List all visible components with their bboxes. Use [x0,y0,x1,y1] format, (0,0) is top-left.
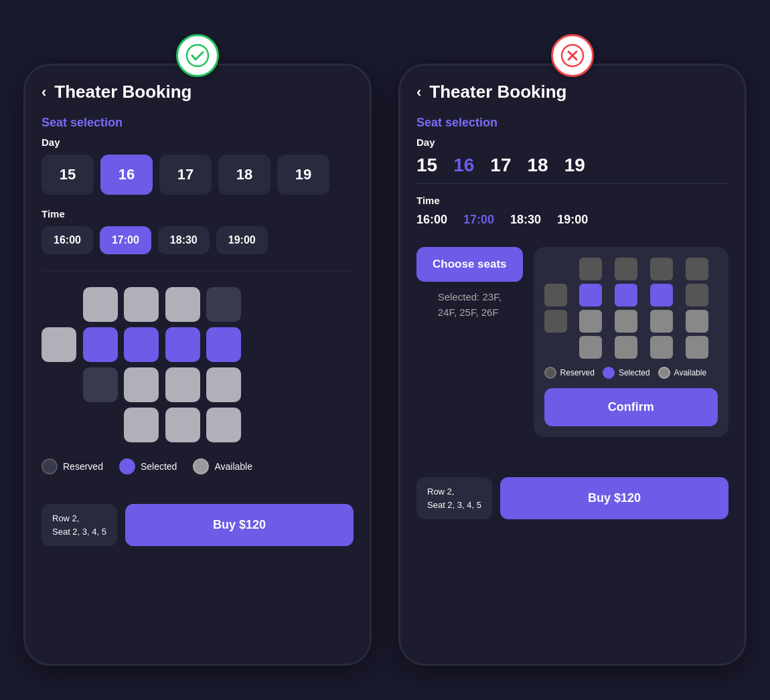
right-selected-info: Selected: 23F,24F, 25F, 26F [438,290,502,320]
mini-r2-4[interactable] [650,284,673,307]
left-time-1830[interactable]: 18:30 [158,226,210,254]
left-day-17[interactable]: 17 [159,155,212,195]
mini-r3-3[interactable] [615,310,637,333]
left-seat-r3-4[interactable] [206,367,241,402]
left-seat-r4-2[interactable] [165,408,200,442]
left-seat-r2-4[interactable] [165,327,200,362]
left-seat-r1-3[interactable] [165,287,200,322]
right-choose-seats-button[interactable]: Choose seats [416,247,523,282]
right-time-1830[interactable]: 18:30 [510,213,541,227]
left-seat-r1-1[interactable] [83,287,118,322]
left-phone: ‹ Theater Booking Seat selection Day 15 … [23,64,372,666]
left-time-1900[interactable]: 19:00 [216,226,268,254]
right-back-arrow[interactable]: ‹ [416,84,421,101]
mini-r2-3[interactable] [615,284,637,307]
left-back-arrow[interactable]: ‹ [42,84,46,101]
left-seat-r2-5[interactable] [206,327,241,362]
left-legend-available: Available [193,458,252,474]
right-confirm-button[interactable]: Confirm [544,388,718,426]
left-legend: Reserved Selected Available [42,458,354,474]
right-day-15[interactable]: 15 [416,155,437,176]
mini-r2-5[interactable] [686,284,708,307]
right-day-16[interactable]: 16 [453,155,474,176]
right-time-1900[interactable]: 19:00 [557,213,588,227]
right-mini-seat-grid [544,258,718,359]
right-phone: ‹ Theater Booking Seat selection Day 15 … [398,64,747,666]
left-day-label: Day [42,137,354,148]
left-day-15[interactable]: 15 [42,155,94,195]
right-buy-button[interactable]: Buy $120 [500,477,728,519]
left-time-1600[interactable]: 16:00 [42,226,93,254]
mini-r1-3[interactable] [650,258,673,280]
left-available-dot [193,458,209,474]
left-day-selector: 15 16 17 18 19 [42,155,354,195]
svg-point-0 [187,45,208,66]
mini-r1-e [544,258,567,280]
mini-r1-2[interactable] [615,258,637,280]
mini-r3-4[interactable] [650,310,673,333]
mini-r4-1[interactable] [579,336,602,359]
mini-reserved-label: Reserved [560,368,595,377]
left-seat-r2-2[interactable] [83,327,118,362]
good-badge [176,34,219,77]
left-time-label: Time [42,208,354,220]
left-seat-r1-4[interactable] [206,287,241,322]
left-seat-r2-3[interactable] [124,327,159,362]
left-selected-label: Selected [141,461,177,472]
right-day-18[interactable]: 18 [527,155,548,176]
mini-r2-2[interactable] [579,284,602,307]
left-seat-r1-2[interactable] [124,287,159,322]
left-day-16[interactable]: 16 [100,155,153,195]
left-seat-r3-3[interactable] [165,367,200,402]
right-mini-available: Available [658,367,706,379]
mini-available-dot [658,367,670,379]
left-selected-dot [119,458,135,474]
left-reserved-label: Reserved [63,461,103,472]
left-seat-r4-3[interactable] [206,408,241,442]
left-divider [42,270,354,271]
left-page-title: Theater Booking [54,82,191,102]
left-back-header: ‹ Theater Booking [42,82,354,102]
left-day-19[interactable]: 19 [277,155,329,195]
right-mini-selected: Selected [603,367,650,379]
right-day-17[interactable]: 17 [490,155,511,176]
mini-r4-2[interactable] [615,336,637,359]
left-seat-r2-1[interactable] [42,327,76,362]
left-time-1700[interactable]: 17:00 [100,226,151,254]
mini-r1-1[interactable] [579,258,602,280]
left-phone-container: ‹ Theater Booking Seat selection Day 15 … [23,34,372,666]
left-buy-button[interactable]: Buy $120 [125,504,354,546]
right-time-label: Time [416,195,728,206]
left-seat-r3-1[interactable] [83,367,118,402]
right-page-title: Theater Booking [429,82,566,102]
mini-r4-3[interactable] [650,336,673,359]
right-info-text: Row 2,Seat 2, 3, 4, 5 [427,487,481,510]
right-day-selector: 15 16 17 18 19 [416,155,728,184]
mini-available-label: Available [674,368,706,377]
right-phone-container: ‹ Theater Booking Seat selection Day 15 … [398,34,747,666]
right-back-header: ‹ Theater Booking [416,82,728,102]
left-seat-r4-empty [42,408,76,442]
right-choose-area: Choose seats Selected: 23F,24F, 25F, 26F [416,247,728,437]
mini-r1-4[interactable] [686,258,708,280]
right-day-19[interactable]: 19 [564,155,585,176]
left-seat-grid [42,287,242,442]
left-bottom-bar: Row 2,Seat 2, 3, 4, 5 Buy $120 [42,491,354,546]
page-wrapper: ‹ Theater Booking Seat selection Day 15 … [23,34,747,666]
mini-r4-4[interactable] [686,336,708,359]
mini-r3-2[interactable] [579,310,602,333]
left-seat-r3-2[interactable] [124,367,159,402]
mini-r3-5[interactable] [686,310,708,333]
mini-reserved-dot [544,367,556,379]
right-mini-legend: Reserved Selected Available [544,367,718,379]
right-time-selector: 16:00 17:00 18:30 19:00 [416,213,728,234]
mini-r2-1[interactable] [544,284,567,307]
right-left-col: Choose seats Selected: 23F,24F, 25F, 26F [416,247,523,437]
right-day-label: Day [416,137,728,148]
mini-r3-1[interactable] [544,310,567,333]
right-info-box: Row 2,Seat 2, 3, 4, 5 [416,477,492,519]
right-time-1700[interactable]: 17:00 [463,213,494,227]
left-seat-r4-1[interactable] [124,408,159,442]
right-time-1600[interactable]: 16:00 [416,213,447,227]
left-day-18[interactable]: 18 [218,155,271,195]
